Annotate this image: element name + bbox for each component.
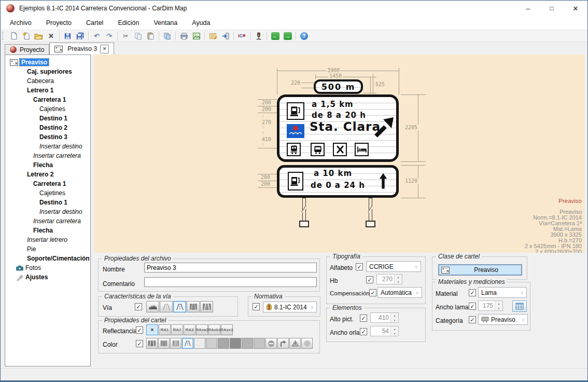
ancho-orla-spinner[interactable]: 54 ▲▼	[370, 326, 399, 336]
tree-item-fotos[interactable]: Fotos	[5, 263, 90, 272]
color-desvio-button[interactable]	[277, 338, 289, 349]
maximize-button[interactable]: □	[540, 1, 564, 16]
color-gris-claro-button[interactable]	[206, 338, 217, 349]
reflectancia-ra1-button[interactable]: RA1	[159, 324, 171, 335]
drawing-canvas[interactable]: 3900 1450 220 525 500 m 200 200 ↑ 270 ↓ …	[94, 54, 585, 253]
cut-icon[interactable]: ✂	[120, 31, 131, 41]
ancho-lamas-spinner[interactable]: 175 ▲▼	[478, 301, 503, 311]
tree-item-insertar-carretera-b[interactable]: Insertar carretera	[5, 216, 90, 226]
help-icon[interactable]: ?	[299, 31, 310, 41]
hb-spinner[interactable]: 270 ▲▼	[376, 274, 402, 284]
navigate-forward-icon[interactable]: →	[282, 31, 293, 41]
exit-icon[interactable]	[220, 31, 231, 41]
tree-item-ajustes[interactable]: Ajustes	[5, 272, 90, 282]
reflectancia-razc3-button[interactable]: RAzc3	[221, 324, 233, 335]
color-gris-suave-button[interactable]	[254, 338, 265, 349]
save-icon[interactable]	[62, 31, 73, 41]
spin-down-icon[interactable]: ▼	[391, 331, 398, 336]
tree-item-caj-superiores[interactable]: Caj. superiores	[5, 67, 90, 76]
categoria-dropdown[interactable]: Preaviso ∨	[478, 314, 528, 325]
normativa-checkbox[interactable]: ✓	[253, 303, 260, 310]
tree-item-carretera-1[interactable]: Carretera 1	[5, 95, 90, 104]
color-prohibido-button[interactable]	[265, 338, 277, 349]
tree-item-destino-1[interactable]: Destino 1	[5, 114, 90, 123]
spin-up-icon[interactable]: ▲	[391, 313, 398, 318]
compensacion-dropdown[interactable]: Automática ∨	[377, 287, 422, 298]
material-dropdown[interactable]: Lama ∨	[478, 287, 527, 298]
open-project-icon[interactable]	[33, 31, 44, 41]
color-checkbox[interactable]: ✓	[136, 340, 143, 347]
color-autovia-button[interactable]	[158, 338, 170, 349]
tree-item-letrero-1[interactable]: Letrero 1	[5, 86, 90, 95]
tree-item-cajetines-b[interactable]: Cajetines	[5, 188, 90, 198]
minimize-button[interactable]: –	[516, 1, 540, 16]
support-post[interactable]	[302, 198, 306, 221]
color-autopista-button[interactable]	[146, 338, 158, 349]
ancho-orla-checkbox[interactable]: ✓	[360, 328, 367, 335]
tree-item-flecha-b[interactable]: Flecha	[5, 226, 90, 235]
tree-item-flecha[interactable]: Flecha	[5, 160, 90, 170]
tree-item-insertar-letrero[interactable]: Insertar letrero	[5, 235, 90, 244]
tab-preaviso-3[interactable]: Preaviso 3 ✕	[49, 43, 114, 54]
tab-proyecto[interactable]: Proyecto	[5, 44, 49, 54]
sign-cajetin-500m[interactable]: 500 m	[314, 79, 363, 94]
menu-archivo[interactable]: Archivo	[3, 19, 39, 26]
alto-pict-checkbox[interactable]: ✓	[360, 315, 367, 322]
road-convencional-button[interactable]	[173, 301, 186, 312]
menu-edicion[interactable]: Edición	[110, 19, 146, 26]
tree-item-destino-2[interactable]: Destino 2	[5, 123, 90, 132]
paste-icon[interactable]	[145, 31, 156, 41]
cartel-properties-icon[interactable]	[207, 31, 218, 41]
autopista-button[interactable]	[200, 301, 213, 312]
compensacion-checkbox[interactable]: ✓	[369, 289, 376, 296]
terrain-profile-button[interactable]	[146, 301, 159, 312]
close-button[interactable]: ✕	[564, 1, 587, 16]
spin-up-icon[interactable]: ▲	[391, 326, 398, 331]
color-gris-oscuro-button[interactable]	[230, 338, 241, 349]
alto-pict-spinner[interactable]: 410 ▲▼	[370, 312, 399, 323]
spin-up-icon[interactable]: ▲	[395, 275, 402, 279]
road-arbolada-button[interactable]	[160, 301, 173, 312]
new-document-icon[interactable]	[8, 31, 19, 41]
hb-checkbox[interactable]: ✓	[366, 276, 373, 283]
via-checkbox[interactable]: ✓	[135, 303, 142, 310]
cardim-ic-icon[interactable]: IC✱	[236, 31, 247, 41]
tree-item-destino-3[interactable]: Destino 3	[5, 132, 90, 142]
tree-item-soporte-cimentacion[interactable]: Soporte/Cimentación	[5, 254, 90, 263]
road-multicarril-button[interactable]	[187, 301, 200, 312]
color-gris-medio-button[interactable]	[242, 338, 253, 349]
color-gris-button[interactable]	[218, 338, 229, 349]
material-checkbox[interactable]: ✓	[469, 289, 476, 296]
delete-icon[interactable]: ✕	[46, 31, 57, 41]
color-multicarril-button[interactable]	[170, 338, 181, 349]
redo-icon[interactable]: ↷	[104, 31, 115, 41]
menu-cartel[interactable]: Cartel	[79, 19, 110, 26]
reflectancia-razb3-button[interactable]: RAzb3	[208, 324, 220, 335]
reflectancia-ra2-button[interactable]: RA2	[171, 324, 183, 335]
tree-item-insertar-carretera[interactable]: Insertar carretera	[5, 151, 90, 160]
sign-panel-bottom[interactable]: a 10 km de 0 a 24 h	[277, 165, 399, 198]
reflectancia-none-button[interactable]: ×	[146, 324, 158, 335]
color-convencional-button[interactable]	[182, 338, 193, 349]
clase-preaviso-button[interactable]: Preaviso	[439, 265, 522, 275]
categoria-checkbox[interactable]: ✓	[469, 316, 476, 323]
comentario-input[interactable]	[144, 277, 317, 287]
reflectancia-ra3-button[interactable]: RA3	[184, 324, 195, 335]
menu-ayuda[interactable]: Ayuda	[185, 19, 217, 26]
alfabeto-checkbox[interactable]: ✓	[356, 263, 363, 270]
new-from-template-icon[interactable]	[21, 31, 32, 41]
export-image-icon[interactable]	[191, 31, 202, 41]
support-post[interactable]	[369, 198, 372, 221]
color-blanco-button[interactable]	[194, 338, 205, 349]
navigate-back-icon[interactable]: ←	[270, 31, 281, 41]
spin-down-icon[interactable]: ▼	[395, 279, 402, 284]
save-all-icon[interactable]	[75, 31, 86, 41]
ancho-lamas-checkbox[interactable]: ✓	[469, 303, 476, 310]
tree-item-pie[interactable]: Pie	[5, 244, 90, 254]
tree-item-cajetines[interactable]: Cajetines	[5, 104, 90, 114]
tree-item-insertar-destino[interactable]: Insertar destino	[5, 142, 90, 151]
tree-item-destino-1b[interactable]: Destino 1	[5, 198, 90, 207]
reflectancia-checkbox[interactable]: ✓	[136, 326, 143, 334]
tab-close-icon[interactable]: ✕	[100, 45, 109, 53]
tree-item-letrero-2[interactable]: Letrero 2	[5, 170, 90, 179]
